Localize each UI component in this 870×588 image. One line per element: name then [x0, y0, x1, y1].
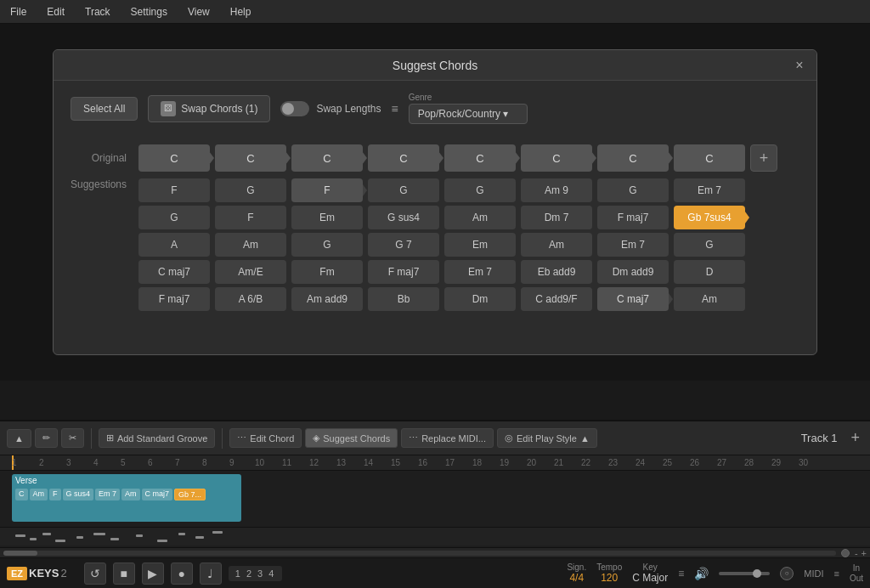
sugg-5-3[interactable]: Eb add9 [521, 260, 592, 284]
menu-edit[interactable]: Edit [43, 4, 68, 20]
sugg-6-4[interactable]: C maj7 [597, 287, 669, 311]
sugg-3-4[interactable]: Bb [368, 287, 439, 311]
metronome-button[interactable]: ♩ [200, 563, 222, 585]
sugg-4-4[interactable]: Dm [444, 287, 516, 311]
sugg-0-1[interactable]: G [138, 206, 210, 229]
sugg-0-0[interactable]: F [138, 178, 210, 202]
select-tool-button[interactable]: ▲ [7, 429, 31, 448]
sugg-2-0[interactable]: F [291, 178, 363, 202]
sugg-6-2[interactable]: Em 7 [597, 233, 669, 257]
cursor-icon: ▲ [14, 433, 24, 444]
sugg-7-0[interactable]: Em 7 [674, 178, 745, 202]
edit-chord-button[interactable]: ⋯ Edit Chord [229, 428, 302, 448]
menu-view[interactable]: View [184, 4, 213, 20]
original-chord-6[interactable]: C [597, 144, 669, 172]
scroll-circle[interactable] [841, 549, 850, 557]
play-button[interactable]: ▶ [142, 563, 164, 585]
genre-select[interactable]: Pop/Rock/Country ▾ [409, 104, 528, 124]
add-track-button[interactable]: + [847, 429, 863, 447]
sugg-6-1[interactable]: F maj7 [597, 206, 669, 229]
suggest-chords-icon: ◈ [313, 433, 319, 444]
sugg-1-0[interactable]: G [215, 178, 286, 202]
sugg-4-0[interactable]: G [444, 178, 516, 202]
sugg-3-3[interactable]: F maj7 [368, 260, 439, 284]
original-chord-7[interactable]: C [674, 144, 745, 172]
sugg-5-0[interactable]: Am 9 [521, 178, 592, 202]
sugg-4-2[interactable]: Em [444, 233, 516, 257]
stop-button[interactable]: ■ [113, 563, 135, 585]
add-groove-button[interactable]: ⊞ Add Standard Groove [99, 428, 215, 448]
sugg-2-4[interactable]: Am add9 [291, 287, 363, 311]
sugg-0-3[interactable]: C maj7 [138, 260, 210, 284]
sugg-1-3[interactable]: Am/E [215, 260, 286, 284]
swap-chords-label: Swap Chords (1) [181, 103, 257, 115]
sugg-1-4[interactable]: A 6/B [215, 287, 286, 311]
lines-icon[interactable]: ≡ [391, 102, 398, 116]
menu-settings[interactable]: Settings [127, 4, 171, 20]
sugg-7-3[interactable]: D [674, 260, 745, 284]
sugg-5-1[interactable]: Dm 7 [521, 206, 592, 229]
tl-mark-25: 25 [663, 458, 672, 467]
sugg-6-3[interactable]: Dm add9 [597, 260, 669, 284]
volume-knob-circle[interactable]: ○ [780, 567, 794, 580]
edit-play-style-button[interactable]: ◎ Edit Play Style ▲ [497, 428, 597, 448]
mini-chord-5: Am [121, 489, 140, 500]
pencil-tool-button[interactable]: ✏ [35, 428, 58, 448]
sugg-1-2[interactable]: Am [215, 233, 286, 257]
sugg-6-0[interactable]: G [597, 178, 669, 202]
menu-file[interactable]: File [7, 4, 30, 20]
original-chord-3[interactable]: C [368, 144, 439, 172]
key-value: C Major [632, 572, 668, 584]
suggest-chords-button[interactable]: ◈ Suggest Chords [305, 428, 398, 448]
sugg-4-3[interactable]: Em 7 [444, 260, 516, 284]
original-chord-0[interactable]: C [138, 144, 210, 172]
sugg-7-4[interactable]: Am [674, 287, 745, 311]
scissor-icon: ✂ [69, 433, 76, 444]
zoom-in-icon[interactable]: + [862, 548, 867, 558]
volume-knob [753, 569, 761, 578]
zoom-out-icon[interactable]: - [855, 548, 858, 558]
key-settings-icon[interactable]: ≡ [678, 568, 684, 580]
sugg-2-1[interactable]: Em [291, 206, 363, 229]
sugg-7-1[interactable]: Gb 7sus4 [674, 206, 745, 229]
replace-midi-button[interactable]: ⋯ Replace MIDI... [401, 428, 494, 448]
sugg-0-4[interactable]: F maj7 [138, 287, 210, 311]
sugg-3-2[interactable]: G 7 [368, 233, 439, 257]
volume-slider[interactable] [719, 572, 770, 575]
loop-button[interactable]: ↺ [84, 563, 106, 585]
original-chord-4[interactable]: C [444, 144, 516, 172]
sugg-2-3[interactable]: Fm [291, 260, 363, 284]
menu-track[interactable]: Track [82, 4, 114, 20]
scroll-track[interactable] [3, 551, 836, 556]
swap-lengths-toggle[interactable]: Swap Lengths [280, 101, 381, 116]
grid-icon: ⊞ [106, 433, 114, 444]
swap-chords-button[interactable]: ⚄ Swap Chords (1) [148, 95, 270, 122]
track-block[interactable]: Verse C Am F G sus4 Em 7 Am C maj7 Gb 7.… [12, 474, 241, 522]
roll-note-8 [157, 540, 167, 542]
original-chord-5[interactable]: C [521, 144, 592, 172]
sugg-4-1[interactable]: Am [444, 206, 516, 229]
toggle-switch[interactable] [280, 101, 309, 116]
midi-settings-icon[interactable]: ≡ [833, 568, 839, 579]
original-chord-1[interactable]: C [215, 144, 286, 172]
sugg-3-0[interactable]: G [368, 178, 439, 202]
add-chord-button[interactable]: + [750, 144, 777, 172]
sugg-2-2[interactable]: G [291, 233, 363, 257]
sugg-7-2[interactable]: G [674, 233, 745, 257]
scissor-tool-button[interactable]: ✂ [61, 428, 84, 448]
sugg-5-4[interactable]: C add9/F [521, 287, 592, 311]
sugg-5-2[interactable]: Am [521, 233, 592, 257]
toggle-knob [282, 103, 294, 115]
sugg-1-1[interactable]: F [215, 206, 286, 229]
sugg-0-2[interactable]: A [138, 233, 210, 257]
original-chord-2[interactable]: C [291, 144, 363, 172]
close-icon[interactable]: × [791, 57, 808, 74]
roll-note-11 [212, 531, 223, 534]
scroll-thumb[interactable] [3, 551, 37, 556]
swap-lengths-label: Swap Lengths [316, 103, 381, 115]
select-all-button[interactable]: Select All [71, 97, 138, 121]
volume-icon[interactable]: 🔊 [694, 567, 709, 580]
sugg-3-1[interactable]: G sus4 [368, 206, 439, 229]
record-button[interactable]: ● [171, 563, 193, 585]
menu-help[interactable]: Help [227, 4, 255, 20]
